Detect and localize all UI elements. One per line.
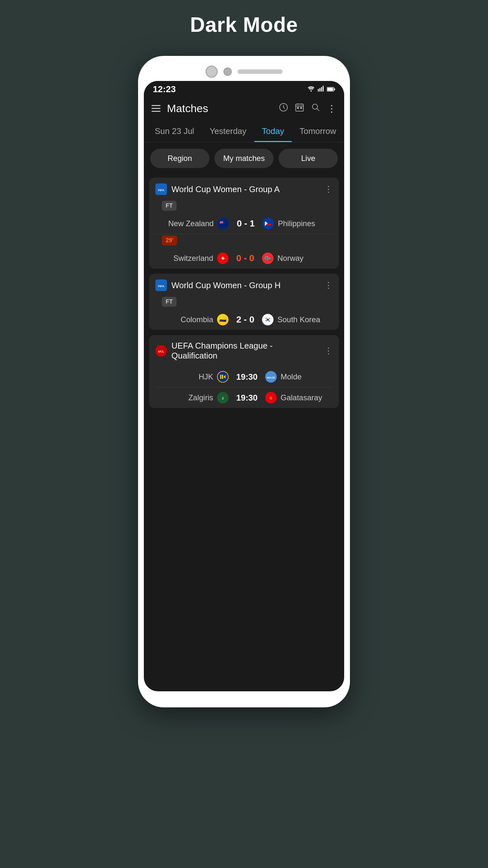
svg-text:🇳🇴: 🇳🇴 (264, 255, 271, 262)
score-co-kr: 2 - 0 (232, 314, 258, 325)
svg-text:MOLDE: MOLDE (267, 376, 275, 379)
league-name-ucl: UEFA Champions League - Qualification (171, 341, 320, 361)
league-name-group-a: World Cup Women - Group A (171, 184, 320, 194)
svg-rect-2 (320, 88, 320, 92)
svg-rect-3 (321, 87, 322, 92)
match-status-live-ch: 29' (162, 236, 177, 245)
badge-zalgiris: Z (217, 392, 229, 403)
svg-text:G: G (270, 396, 272, 400)
signal-icon (318, 86, 324, 93)
svg-rect-1 (318, 89, 319, 92)
match-card-group-h: FIFA World Cup Women - Group H ⋮ FT Colo… (149, 274, 339, 330)
tab-tomorrow[interactable]: Tomorrow (292, 121, 344, 142)
home-team-zalgiris: Zalgiris (168, 393, 213, 402)
match-row-zalgiris-gala[interactable]: Zalgiris Z 19:30 G (149, 388, 339, 408)
speaker-bar (237, 69, 283, 74)
away-team-ph: Philippines (278, 219, 323, 228)
tab-today[interactable]: Today (254, 121, 292, 142)
flag-kr: 🇰🇷 (262, 314, 273, 326)
tab-thu27ju[interactable]: Thu 27 Ju (344, 121, 344, 142)
hamburger-menu-button[interactable] (152, 105, 161, 112)
tab-yesterday[interactable]: Yesterday (202, 121, 254, 142)
card-header-group-a: FIFA World Cup Women - Group A ⋮ (149, 178, 339, 201)
home-team-ch: Switzerland (168, 254, 213, 263)
svg-text:🇰🇷: 🇰🇷 (264, 316, 271, 323)
svg-point-12 (313, 104, 318, 109)
ucl-badge: UCL (155, 345, 167, 356)
status-icons (307, 86, 335, 93)
league-name-group-h: World Cup Women - Group H (171, 280, 320, 290)
home-team-co: Colombia (168, 315, 213, 324)
camera-main (205, 65, 218, 78)
card-more-icon-ucl[interactable]: ⋮ (324, 346, 333, 356)
phone-notch (144, 65, 344, 78)
filter-mymatches-button[interactable]: My matches (215, 149, 273, 168)
match-time-zalgiris: 19:30 (232, 393, 261, 403)
match-status-ft-nz: FT (162, 201, 176, 211)
card-header-group-h: FIFA World Cup Women - Group H ⋮ (149, 274, 339, 297)
away-team-no: Norway (278, 254, 322, 263)
filter-live-button[interactable]: Live (279, 149, 338, 168)
svg-text:UCL: UCL (158, 350, 164, 353)
card-more-icon-group-h[interactable]: ⋮ (324, 280, 333, 290)
match-card-group-a: FIFA World Cup Women - Group A ⋮ FT New … (149, 178, 339, 269)
away-team-galatasaray: Galatasaray (281, 393, 326, 402)
status-bar: 12:23 (144, 81, 344, 96)
flag-co: 🇨🇴 (217, 314, 229, 326)
search-icon[interactable] (311, 102, 320, 114)
camera-dot (223, 67, 232, 76)
card-header-ucl: UCL UEFA Champions League - Qualificatio… (149, 335, 339, 367)
phone-shell: 12:23 (138, 56, 350, 707)
calendar-icon[interactable] (295, 102, 304, 114)
flag-ch: 🇨🇭 (217, 252, 229, 264)
svg-text:🇳🇿: 🇳🇿 (220, 220, 227, 227)
tab-sun23jul[interactable]: Sun 23 Jul (147, 121, 202, 142)
svg-text:🇵🇭: 🇵🇭 (265, 220, 272, 227)
svg-text:FIFA: FIFA (158, 189, 164, 192)
svg-text:Z: Z (222, 397, 224, 400)
more-vertical-icon[interactable]: ⋮ (327, 103, 336, 114)
away-team-molde: Molde (281, 372, 326, 381)
svg-rect-4 (323, 86, 324, 92)
svg-text:FIFA: FIFA (158, 285, 164, 288)
status-time: 12:23 (153, 84, 176, 94)
svg-text:🇨🇭: 🇨🇭 (219, 255, 227, 262)
clock-icon[interactable] (279, 102, 288, 114)
match-row-nz-ph[interactable]: New Zealand 🇳🇿 0 - 1 🇵🇭 (149, 213, 339, 234)
svg-rect-11 (300, 107, 302, 108)
match-status-ft-co: FT (162, 297, 176, 307)
filter-region-button[interactable]: Region (150, 149, 209, 168)
app-bar: Matches (144, 96, 344, 121)
battery-icon (327, 86, 335, 93)
page-title: Dark Mode (190, 13, 298, 37)
filter-bar: Region My matches Live (144, 142, 344, 175)
tab-strip: Sun 23 Jul Yesterday Today Tomorrow Thu … (144, 121, 344, 142)
home-team-nz: New Zealand (168, 219, 214, 228)
svg-rect-7 (327, 88, 333, 91)
home-team-hjk: HJK (168, 372, 213, 381)
wifi-icon (307, 86, 315, 93)
match-card-ucl: UCL UEFA Champions League - Qualificatio… (149, 335, 339, 408)
svg-rect-10 (297, 107, 299, 108)
svg-text:🇨🇴: 🇨🇴 (219, 316, 227, 323)
svg-rect-6 (334, 88, 335, 90)
match-row-ch-no[interactable]: Switzerland 🇨🇭 0 - 0 🇳🇴 (149, 248, 339, 269)
fifa-badge-h: FIFA (155, 279, 167, 291)
score-ch-no: 0 - 0 (232, 253, 258, 264)
flag-ph: 🇵🇭 (262, 218, 274, 229)
svg-rect-9 (296, 104, 303, 111)
card-more-icon-group-a[interactable]: ⋮ (324, 184, 333, 194)
phone-screen: 12:23 (144, 81, 344, 691)
score-nz-ph: 0 - 1 (233, 218, 258, 229)
away-team-kr: South Korea (278, 315, 322, 324)
badge-hjk (217, 371, 229, 382)
match-row-hjk-molde[interactable]: HJK 19:30 MOLDE (149, 367, 339, 387)
fifa-badge: FIFA (155, 183, 167, 195)
badge-galatasaray: G (265, 392, 277, 403)
match-row-co-kr[interactable]: Colombia 🇨🇴 2 - 0 🇰🇷 (149, 309, 339, 330)
flag-no: 🇳🇴 (262, 252, 273, 264)
flag-nz: 🇳🇿 (217, 218, 229, 229)
matches-container: FIFA World Cup Women - Group A ⋮ FT New … (144, 175, 344, 414)
badge-molde: MOLDE (265, 371, 277, 382)
match-time-hjk: 19:30 (232, 372, 261, 382)
